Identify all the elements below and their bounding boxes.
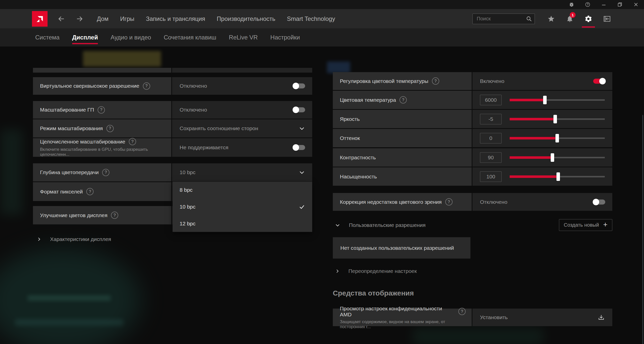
- background-blur-teal-4: [0, 129, 23, 215]
- help-icon[interactable]: ?: [399, 96, 407, 104]
- help-icon[interactable]: ?: [86, 188, 94, 195]
- brightness-slider[interactable]: [510, 114, 605, 124]
- color-temp-toggle[interactable]: [593, 79, 605, 84]
- notifications-bell-icon[interactable]: 1: [560, 9, 579, 28]
- nav-item-home[interactable]: Дом: [97, 15, 108, 22]
- color-depth-dropdown: 8 bpc 10 bpc 12 bpc: [173, 182, 312, 232]
- nav-item-games[interactable]: Игры: [120, 15, 134, 22]
- background-blur-highlight: [83, 51, 161, 67]
- nav-item-performance[interactable]: Производительность: [217, 15, 275, 22]
- tab-display-label: Дисплей: [72, 34, 98, 41]
- setting-label: Глубина цветопередачи: [40, 169, 99, 175]
- favorites-star-icon[interactable]: [542, 9, 560, 28]
- setting-label: Регулировка цветовой температуры: [340, 78, 428, 84]
- settings-override-label: Переопределение настроек: [348, 268, 417, 274]
- chevron-down-icon: [335, 222, 340, 228]
- hue-slider[interactable]: [510, 133, 605, 143]
- colorblind-toggle[interactable]: [593, 200, 605, 205]
- chevron-down-icon[interactable]: [299, 125, 305, 132]
- help-icon[interactable]: ?: [98, 106, 105, 114]
- setting-value: Не поддерживается: [180, 144, 228, 151]
- search-input[interactable]: [476, 16, 526, 22]
- check-icon: [299, 204, 305, 210]
- display-tools-header: Средства отображения: [333, 289, 612, 299]
- slider-thumb[interactable]: [556, 172, 560, 181]
- setting-row-brightness: Яркость -5: [333, 110, 612, 128]
- saturation-slider[interactable]: [510, 172, 605, 182]
- dropdown-option-8bpc[interactable]: 8 bpc: [173, 182, 312, 199]
- nav-right-cluster: 1: [472, 9, 616, 28]
- nav-item-record-stream[interactable]: Запись и трансляция: [146, 15, 205, 22]
- nav-item-smart-technology[interactable]: Smart Technology: [287, 15, 335, 22]
- setting-label: Контрастность: [340, 155, 376, 161]
- dock-panel-icon[interactable]: [598, 9, 616, 28]
- help-icon[interactable]: ?: [445, 198, 453, 206]
- chevron-right-icon: [36, 237, 42, 242]
- display-specs-label: Характеристики дисплея: [50, 236, 111, 242]
- main-navbar: Дом Игры Запись и трансляция Производите…: [0, 9, 644, 28]
- setting-value: Отключено: [180, 83, 207, 89]
- minimize-button[interactable]: [596, 0, 612, 9]
- color-temperature-slider[interactable]: [510, 95, 605, 105]
- help-icon[interactable]: ?: [111, 212, 118, 219]
- restore-button[interactable]: [612, 0, 628, 9]
- help-icon[interactable]: [580, 0, 596, 9]
- notification-badge: 1: [570, 12, 576, 18]
- search-icon: [526, 16, 532, 22]
- brightness-input[interactable]: -5: [480, 114, 502, 124]
- dropdown-option-12bpc[interactable]: 12 bpc: [173, 215, 312, 232]
- help-icon[interactable]: ?: [432, 77, 439, 85]
- hue-input[interactable]: 0: [480, 133, 502, 143]
- slider-thumb[interactable]: [543, 96, 547, 104]
- help-icon[interactable]: ?: [129, 138, 136, 145]
- help-icon[interactable]: ?: [102, 169, 109, 176]
- saturation-input[interactable]: 100: [480, 171, 502, 182]
- setting-row-amd-privacy-view: Просмотр настроек конфиденциальности AMD…: [333, 309, 612, 326]
- slider-fill: [510, 137, 557, 139]
- back-arrow-icon[interactable]: [57, 15, 66, 23]
- tab-relive-vr[interactable]: ReLive VR: [229, 28, 258, 46]
- slider-thumb[interactable]: [555, 134, 559, 142]
- toggle-knob: [599, 78, 606, 84]
- help-icon[interactable]: ?: [143, 82, 150, 90]
- bug-report-icon[interactable]: [564, 0, 580, 9]
- create-new-button[interactable]: Создать новый +: [559, 219, 612, 231]
- background-blur-teal-3: [15, 319, 123, 326]
- tab-hotkeys[interactable]: Сочетания клавиш: [164, 28, 216, 46]
- dropdown-option-label: 8 bpc: [180, 187, 192, 193]
- setting-label: Просмотр настроек конфиденциальности AMD: [340, 306, 455, 318]
- tab-display[interactable]: Дисплей: [72, 28, 98, 46]
- setting-row-hue: Оттенок 0: [333, 129, 612, 147]
- integer-scaling-toggle[interactable]: [293, 145, 305, 150]
- dropdown-option-10bpc[interactable]: 10 bpc: [173, 199, 312, 215]
- chevron-down-icon[interactable]: [299, 169, 305, 176]
- color-temperature-input[interactable]: 6000: [480, 95, 502, 105]
- background-blur-teal-2: [28, 295, 111, 301]
- search-box[interactable]: [472, 14, 535, 24]
- forward-arrow-icon[interactable]: [75, 15, 84, 23]
- tab-system[interactable]: Система: [35, 28, 60, 46]
- help-icon[interactable]: ?: [458, 308, 466, 315]
- slider-fill: [510, 99, 545, 101]
- settings-override-section[interactable]: Переопределение настроек: [333, 266, 612, 276]
- settings-gear-icon[interactable]: [579, 9, 598, 28]
- setting-value: Включено: [480, 78, 504, 84]
- tab-audio-video[interactable]: Аудио и видео: [110, 28, 151, 46]
- amd-radeon-logo[interactable]: [32, 11, 48, 27]
- slider-thumb[interactable]: [553, 115, 557, 123]
- contrast-slider[interactable]: [510, 153, 605, 163]
- install-label: Установить: [480, 314, 508, 320]
- download-icon[interactable]: [598, 314, 605, 321]
- setting-label: Цветовая температура: [340, 97, 396, 103]
- background-scrollbar[interactable]: [642, 115, 643, 344]
- contrast-input[interactable]: 90: [480, 152, 502, 163]
- help-icon[interactable]: ?: [106, 125, 114, 132]
- setting-label: Оттенок: [340, 135, 360, 141]
- gpu-scaling-toggle[interactable]: [293, 107, 305, 112]
- tab-settings[interactable]: Настройки: [270, 28, 300, 46]
- close-button[interactable]: [628, 0, 644, 9]
- slider-thumb[interactable]: [551, 153, 554, 162]
- vsr-toggle[interactable]: [293, 83, 305, 88]
- display-specs-section[interactable]: Характеристики дисплея: [33, 236, 312, 242]
- setting-value: Отключено: [180, 107, 207, 113]
